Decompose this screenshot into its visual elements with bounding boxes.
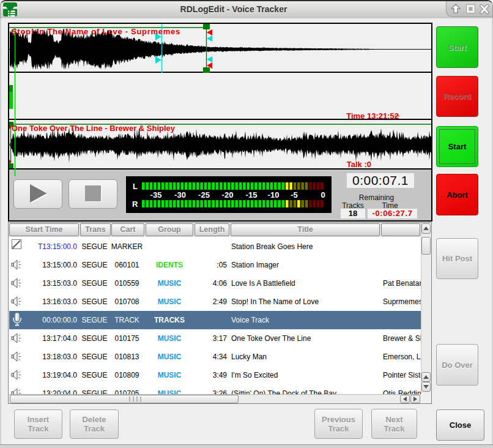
svg-text:-15: -15	[246, 190, 258, 200]
svg-text:-20: -20	[222, 190, 234, 200]
svg-text:R: R	[132, 200, 138, 209]
svg-text:-5: -5	[291, 190, 298, 200]
svg-text:0: 0	[321, 190, 325, 200]
svg-text:-25: -25	[198, 190, 210, 200]
svg-text:-35: -35	[150, 190, 162, 200]
svg-text:-30: -30	[174, 190, 186, 200]
svg-text:L: L	[133, 182, 138, 191]
svg-text:-10: -10	[268, 190, 280, 200]
